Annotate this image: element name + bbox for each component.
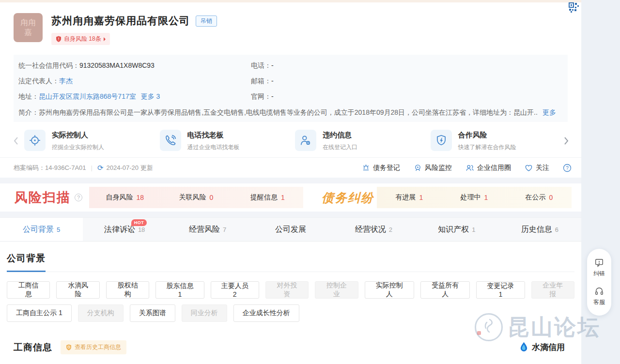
error-correction-button[interactable]: 纠错 [593, 258, 605, 278]
legal-rep-row: 法定代表人： 李杰 [18, 77, 251, 86]
address-more-link[interactable]: 更多 3 [141, 92, 160, 101]
history-business-info-badge[interactable]: 查看历史工商信息 [61, 340, 126, 354]
service-title: 合作风险 [458, 131, 516, 140]
stat-label: 在公示 [526, 193, 546, 202]
debt-dispute-stats: 有进展 1 处理中 1 在公示 0 [377, 187, 572, 208]
stat-count: 18 [136, 194, 144, 201]
tab-count: 18 [138, 226, 145, 233]
waterdrop-icon [519, 342, 528, 353]
chevron-right-icon[interactable] [562, 136, 571, 145]
logo-text-line2: 嘉 [24, 28, 32, 37]
shield-history-icon [66, 344, 72, 350]
pill-change-records[interactable]: 变更记录 1 [476, 281, 525, 299]
tab-label: 法律诉讼 [104, 225, 135, 235]
phone-icon [160, 130, 181, 151]
tab-history-info[interactable]: 历史信息 6 [498, 218, 581, 241]
risk-monitor-action[interactable]: 风险监控 [414, 164, 452, 172]
email-label: 邮箱： [251, 77, 271, 86]
address-link[interactable]: 昆山开发区震川东路868号717室 [39, 92, 136, 101]
brand-label: 水滴信用 [532, 342, 565, 353]
service-card-phone-boss[interactable]: 电话找老板 通过企业电话找老板 [156, 130, 292, 152]
intro-more-link[interactable]: 更多 [542, 108, 556, 117]
address-row: 地址： 昆山开发区震川东路868号717室 更多 3 [18, 92, 251, 101]
pill-growth-analysis[interactable]: 企业成长性分析 [233, 304, 299, 322]
pill-outbound-investment: 对外投资 [265, 281, 309, 299]
pill-equity-structure[interactable]: 股权结构 [106, 281, 149, 299]
service-card-cooperation-risk[interactable]: 合作风险 快速了解潜在合作风险 [427, 130, 562, 152]
pill-actual-controller[interactable]: 实际控制人 [365, 281, 414, 299]
header-right: 苏州甪甪嘉劳保用品有限公司 吊销 自身风险 18条 [51, 13, 217, 45]
follow-action[interactable]: 关注 [525, 164, 549, 172]
pill-business-info[interactable]: 工商信息 [7, 281, 50, 299]
archive-code-label: 档案编码： [14, 164, 45, 172]
address-label: 地址： [18, 92, 39, 101]
service-desc: 挖掘企业实际控制人 [52, 143, 104, 152]
debt-register-label: 债务登记 [373, 164, 400, 172]
history-badge-label: 查看历史工商信息 [75, 343, 121, 351]
risk-monitor-label: 风险监控 [425, 164, 452, 172]
self-risk-badge[interactable]: 自身风险 18条 [51, 33, 110, 45]
service-card-actual-controller[interactable]: 实际控制人 挖掘企业实际控制人 [20, 130, 156, 152]
archive-info: 档案编码：14-936C-7A01 | ⟳ 2024-07-20 更新 [14, 164, 153, 172]
stat-publicized[interactable]: 在公示 0 [507, 193, 572, 202]
email-row: 邮箱： - [251, 77, 563, 86]
tab-company-background[interactable]: 公司背景 5 [0, 218, 83, 241]
stat-label: 处理中 [461, 193, 481, 202]
email-value: - [271, 77, 274, 86]
debt-register-action[interactable]: 债务登记 [362, 164, 400, 172]
section-divider-band [0, 212, 581, 217]
customer-service-button[interactable]: 客服 [593, 287, 605, 306]
tab-label: 经营风险 [189, 225, 220, 235]
error-correction-label: 纠错 [593, 270, 605, 278]
legal-rep-link[interactable]: 李杰 [59, 77, 73, 86]
pill-relationship-graph[interactable]: 关系图谱 [130, 304, 175, 322]
stat-label: 有进展 [396, 193, 416, 202]
stat-count: 1 [419, 194, 423, 201]
pill-key-personnel[interactable]: 主要人员 2 [211, 281, 259, 299]
chevron-left-icon[interactable] [12, 136, 20, 145]
tab-operating-status[interactable]: 经营状况 2 [332, 218, 415, 241]
stat-count: 0 [210, 194, 214, 201]
follow-label: 关注 [536, 164, 549, 172]
question-icon: ? [563, 164, 572, 172]
qr-code-icon[interactable] [569, 2, 579, 15]
risk-scan-logo: 风险扫描 [15, 189, 71, 206]
stat-self-risk[interactable]: 自身风险 18 [89, 193, 160, 202]
risk-help-icon[interactable]: ? [75, 194, 82, 201]
pill-self-disclosure[interactable]: 工商自主公示 1 [7, 304, 72, 322]
company-header: 甪甪 嘉 苏州甪甪嘉劳保用品有限公司 吊销 自身风险 18条 [0, 2, 581, 49]
help-action[interactable]: ? [563, 164, 572, 172]
intro-text: 苏州甪甪嘉劳保用品有限公司是一家从事劳保用品销售,五金交电销售,电线电缆销售等业… [39, 108, 538, 117]
stat-related-risk[interactable]: 关联风险 0 [160, 193, 232, 202]
stat-count: 1 [281, 194, 285, 201]
tab-label: 公司背景 [23, 225, 54, 235]
pill-shareholder-info[interactable]: 股东信息 1 [155, 281, 204, 299]
pill-controlled-companies: 控制企业 [315, 281, 358, 299]
service-card-text: 电话找老板 通过企业电话找老板 [187, 130, 240, 152]
credit-code-row: 统一社会信用代码： 91320583MA1X8W8C93 [18, 61, 251, 70]
tab-operating-risk[interactable]: 经营风险 7 [166, 218, 249, 241]
tab-company-development[interactable]: 公司发展 [249, 218, 332, 241]
pill-beneficial-owner[interactable]: 受益所有人 [420, 281, 470, 299]
services-carousel: 实际控制人 挖掘企业实际控制人 电话找老板 通过企业电话找老板 违约信息 在线登… [12, 130, 571, 152]
tab-intellectual-property[interactable]: 知识产权 1 [415, 218, 498, 241]
refresh-icon[interactable]: ⟳ [97, 164, 104, 172]
credit-circle-action[interactable]: 企业信用圈 [465, 164, 511, 172]
siren-icon [362, 164, 370, 172]
shield-bolt-icon [431, 130, 452, 151]
stat-processing[interactable]: 处理中 1 [442, 193, 507, 202]
stat-in-progress[interactable]: 有进展 1 [377, 193, 442, 202]
tab-count: 2 [389, 226, 392, 233]
pill-shuidi-risk[interactable]: 水滴风险 [56, 281, 99, 299]
company-name: 苏州甪甪嘉劳保用品有限公司 [51, 14, 190, 28]
caret-right-icon [104, 37, 106, 41]
credit-code-value: 91320583MA1X8W8C93 [79, 61, 155, 70]
service-card-text: 实际控制人 挖掘企业实际控制人 [52, 130, 104, 152]
shuidi-credit-brand[interactable]: 水滴信用 [519, 342, 565, 353]
main-tabs: 公司背景 5 法律诉讼 18 HOT 经营风险 7 公司发展 经营状况 2 知识… [0, 217, 581, 242]
stat-reminder-info[interactable]: 提醒信息 1 [232, 193, 303, 202]
updated-date: 2024-07-20 更新 [107, 164, 153, 172]
tab-legal-litigation[interactable]: 法律诉讼 18 HOT [83, 218, 166, 241]
logo-text-line1: 甪甪 [20, 18, 36, 28]
service-card-breach-info[interactable]: 违约信息 在线登记入口 [291, 130, 427, 152]
